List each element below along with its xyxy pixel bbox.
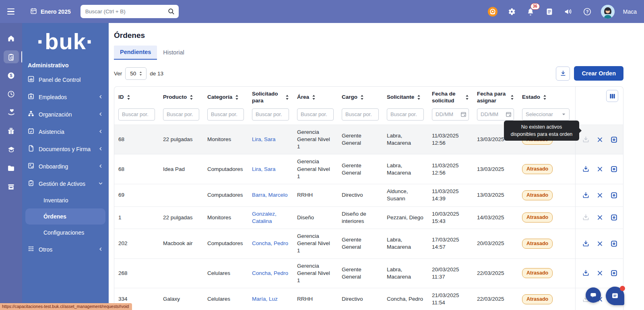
sidebar-item-gestion-de-activos[interactable]: Gestión de Activos <box>22 175 109 192</box>
assign-asset-button[interactable] <box>581 269 590 278</box>
date-filter-input-7[interactable] <box>432 108 469 121</box>
column-settings-button[interactable] <box>606 90 618 102</box>
cancel-order-button[interactable] <box>595 239 604 248</box>
cancel-order-button[interactable] <box>595 135 604 144</box>
text-filter-input-0[interactable] <box>118 108 155 121</box>
download-button[interactable] <box>556 67 570 81</box>
solicitado-para-link[interactable]: Concha, Pedro <box>252 270 288 277</box>
cell-id: 69 <box>114 184 159 206</box>
cell-fecha_para_asignar: 22/03/2025 <box>473 259 518 288</box>
assign-asset-button[interactable] <box>581 191 590 200</box>
search-icon[interactable] <box>167 7 175 17</box>
view-detail-button[interactable] <box>609 135 618 144</box>
rail-benefits-icon[interactable] <box>4 106 19 119</box>
sidebar-item-documentos-y-firma[interactable]: Documentos y Firma <box>22 140 109 158</box>
date-filter-input-8[interactable] <box>477 108 514 121</box>
solicitado-para-link[interactable]: Gonzalez, Catalina <box>252 210 290 225</box>
column-header-3[interactable]: Solicitado para <box>248 87 293 106</box>
cell-estado: Atrasado <box>518 288 575 310</box>
tab-pendientes[interactable]: Pendientes <box>114 46 157 60</box>
cancel-order-button[interactable] <box>595 269 604 278</box>
column-header-0[interactable]: ID <box>114 87 159 106</box>
view-detail-button[interactable] <box>609 165 618 174</box>
column-header-9[interactable]: Estado <box>518 87 575 106</box>
cell-fecha_solicitud: 17/03/2025 14:57 <box>428 229 473 258</box>
rail-documents-icon[interactable] <box>4 162 19 175</box>
cell-cargo: Gerente General <box>338 229 383 258</box>
sidebar-subitem-ordenes[interactable]: Órdenes <box>25 208 105 225</box>
column-header-4[interactable]: Área <box>293 87 338 106</box>
rail-marketplace-icon[interactable] <box>4 180 19 193</box>
cancel-order-button[interactable] <box>595 165 604 174</box>
rail-training-icon[interactable] <box>4 143 19 156</box>
page-title: Órdenes <box>114 31 644 40</box>
solicitado-para-link[interactable]: María, Luz <box>252 295 278 303</box>
rail-time-icon[interactable] <box>4 87 19 100</box>
table-row: 68Idea PadComputadoresLira, SaraGerencia… <box>114 154 623 184</box>
document-notes-icon[interactable] <box>544 6 555 17</box>
rail-asset-management-icon[interactable] <box>4 50 19 63</box>
view-detail-button[interactable] <box>609 239 618 248</box>
cell-actions <box>575 259 623 288</box>
page-size-select[interactable]: 50 <box>125 67 147 80</box>
support-chat-button[interactable] <box>606 287 624 305</box>
announcements-megaphone-icon[interactable] <box>563 6 574 17</box>
view-detail-button[interactable] <box>609 213 618 222</box>
rail-home-icon[interactable] <box>4 32 19 45</box>
sort-icon <box>189 94 194 100</box>
solicitado-para-link[interactable]: Lira, Sara <box>252 166 276 173</box>
sidebar-item-asistencia[interactable]: Asistencia <box>22 123 109 140</box>
notifications-bell-icon[interactable]: 36 <box>525 6 536 17</box>
filter-cell-5 <box>338 106 383 125</box>
rail-gifts-icon[interactable] <box>4 125 19 137</box>
text-filter-input-1[interactable] <box>163 108 199 121</box>
cell-actions <box>575 229 623 258</box>
text-filter-input-5[interactable] <box>342 108 379 121</box>
assign-asset-button[interactable] <box>581 165 590 174</box>
solicitado-para-link[interactable]: Concha, Pedro <box>252 240 288 247</box>
column-header-8[interactable]: Fecha para asignar <box>473 87 518 106</box>
sidebar-item-onboarding[interactable]: Onboarding <box>22 158 109 175</box>
column-header-2[interactable]: Categoría <box>203 87 248 106</box>
cancel-order-button[interactable] <box>595 213 604 222</box>
cell-producto: Macbook air <box>159 229 203 258</box>
cell-actions <box>575 125 623 154</box>
help-icon[interactable]: ? <box>582 6 592 17</box>
sidebar-item-organizacion[interactable]: Organización <box>22 106 109 123</box>
column-header-7[interactable]: Fecha de solicitud <box>428 87 473 106</box>
column-header-label: Solicitante <box>387 94 414 101</box>
column-header-6[interactable]: Solicitante <box>383 87 428 106</box>
column-header-1[interactable]: Producto <box>159 87 203 106</box>
sidebar-item-empleados[interactable]: Empleados <box>22 88 109 106</box>
search-input[interactable] <box>80 5 179 18</box>
period-selector[interactable]: Enero 2025 <box>30 7 71 16</box>
sidebar-subitem-configuraciones[interactable]: Configuraciones <box>25 225 105 241</box>
column-header-5[interactable]: Cargo <box>338 87 383 106</box>
sidebar-item-panel-de-control[interactable]: Panel de Control <box>22 71 109 88</box>
create-order-button[interactable]: Crear Orden <box>574 66 623 81</box>
sidebar-subitem-inventario[interactable]: Inventario <box>25 192 105 208</box>
sidebar-item-otros[interactable]: Otros <box>22 241 109 258</box>
text-filter-input-2[interactable] <box>207 108 244 121</box>
notification-count-badge: 36 <box>530 3 540 10</box>
cell-fecha_para_asignar: 13/03/2025 <box>473 154 518 184</box>
text-filter-input-3[interactable] <box>252 108 289 121</box>
cell-actions <box>575 184 623 206</box>
assign-asset-button[interactable] <box>581 239 590 248</box>
hamburger-menu-icon[interactable] <box>7 6 18 17</box>
feedback-chat-button[interactable] <box>586 287 601 303</box>
solicitado-para-link[interactable]: Lira, Sara <box>252 136 276 143</box>
text-filter-input-6[interactable] <box>387 108 424 121</box>
cell-solicitante: Aldunce, Susann <box>383 184 428 206</box>
support-icon[interactable] <box>487 6 498 17</box>
user-avatar[interactable] <box>601 5 615 19</box>
settings-gear-icon[interactable] <box>506 6 517 17</box>
cancel-order-button[interactable] <box>595 191 604 200</box>
view-detail-button[interactable] <box>609 191 618 200</box>
estado-filter-select[interactable]: Seleccionar <box>522 108 570 121</box>
rail-payroll-icon[interactable]: $ <box>4 69 19 82</box>
text-filter-input-4[interactable] <box>297 108 334 121</box>
solicitado-para-link[interactable]: Barra, Marcelo <box>252 191 288 199</box>
tab-historial[interactable]: Historial <box>157 46 190 60</box>
view-detail-button[interactable] <box>609 269 618 278</box>
